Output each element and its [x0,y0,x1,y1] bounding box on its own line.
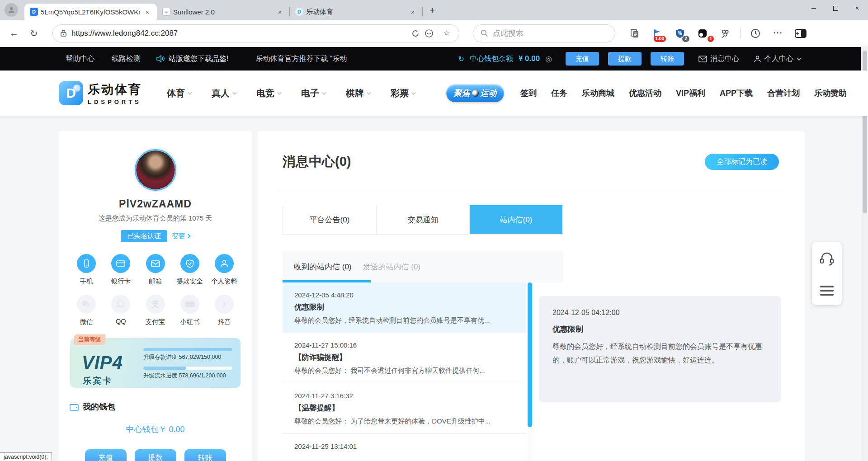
circular-arrow-icon[interactable] [409,27,422,40]
quick-search-box[interactable]: 点此搜索 [473,24,615,42]
address-bar[interactable]: https://www.ledong842.cc:2087 ☆ [52,24,459,42]
favorite-star-icon[interactable]: ☆ [440,27,453,40]
menu-hamburger-icon[interactable] [820,286,834,296]
browser-profile-button[interactable] [5,3,18,17]
url-text[interactable]: https://www.ledong842.cc:2087 [71,29,409,38]
refresh-balance-icon[interactable]: ↻ [458,55,464,63]
back-button[interactable]: ← [6,26,22,41]
shield-percent-extension-icon[interactable]: % 2 [672,26,688,41]
transfer-button[interactable]: 转账 [184,449,226,461]
menu-live[interactable]: 真人 [212,87,236,99]
binding-phone[interactable]: 手机 [71,254,102,286]
link-vip[interactable]: VIP福利 [676,88,705,99]
deposit-progress-fill [143,348,232,351]
message-list-scrollbar[interactable] [528,282,532,461]
tab-divider [422,7,423,16]
link-sponsorship[interactable]: 乐动赞助 [814,88,847,99]
social-douyin[interactable]: ♪ 抖音 [208,295,240,326]
message-list: 2024-12-05 4:48:20 优惠限制 尊敬的会员您好，经系统自动检测目… [283,282,526,458]
social-alipay[interactable]: 支 支付宝 [140,295,171,326]
wallet-balance-amount: ¥ 0.00 [519,54,540,63]
announcement[interactable]: 站版邀您下载品鉴! [156,54,228,64]
subtab-sent[interactable]: 发送的站内信 (0) [363,251,421,282]
chevron-down-icon [188,90,192,95]
maximize-button[interactable] [825,0,846,16]
close-window-button[interactable]: × [846,0,868,16]
binding-withdraw-security[interactable]: 提款安全 [174,254,206,286]
more-page-actions-icon[interactable] [422,27,436,40]
document-favicon-icon: ≡ [162,8,170,16]
menu-slots[interactable]: 电子 [301,87,325,99]
browser-window: D 5LmQ5Yqo5L2T6IKyfOS5kOWKqO × ≡ Sunflow… [0,0,868,461]
customer-service-headset-icon[interactable] [819,252,835,266]
tab-site-messages[interactable]: 站内信(0) [469,205,562,234]
personal-center-link[interactable]: 个人中心 [754,54,800,64]
menu-sports[interactable]: 体育 [167,87,191,99]
focus-sports-badge[interactable]: 聚焦运动 [446,84,504,102]
site-logo[interactable]: D 乐动体育 LDSPORTS [59,81,142,105]
tab-transaction-notices[interactable]: 交易通知 [376,205,469,234]
flag-extension-icon[interactable]: 1.00 [650,26,665,41]
close-tab-icon[interactable]: × [275,7,285,17]
copy-pages-icon[interactable] [627,26,642,41]
history-icon[interactable] [748,26,763,41]
reload-button[interactable]: ↻ [26,26,42,41]
binding-bankcard[interactable]: 银行卡 [105,254,137,286]
menu-esports[interactable]: 电竞 [256,87,280,99]
link-tasks[interactable]: 任务 [551,88,567,99]
toggle-balance-visibility-icon[interactable]: ◎ [545,54,552,64]
menu-lottery[interactable]: 彩票 [391,87,415,99]
link-promotions[interactable]: 优惠活动 [629,88,661,99]
withdraw-button[interactable]: 提款 [608,52,642,66]
message-item[interactable]: 2024-11-25 13:14:01 [283,433,526,458]
minimize-button[interactable]: ─ [803,0,825,16]
tab-encoded-title[interactable]: D 5LmQ5Yqo5L2T6IKyfOS5kOWKqO × [24,4,157,20]
shield-badge: 2 [682,36,689,42]
sidebar-panel-icon[interactable] [793,26,808,41]
tab-ledong[interactable]: D 乐动体育 × [290,4,422,20]
binding-profile-info[interactable]: 个人资料 [208,254,240,286]
link-affiliate[interactable]: 合营计划 [767,88,800,99]
square-extension-icon[interactable]: 1 [695,26,710,41]
close-tab-icon[interactable]: × [142,7,152,17]
square-badge: 1 [708,36,714,42]
marquee-text: 乐动体育官方推荐下载 “乐动 [255,54,373,64]
subtab-received[interactable]: 收到的站内信 (0) [294,251,352,282]
social-wechat[interactable]: 微信 [71,295,102,326]
message-item[interactable]: 2024-12-05 4:48:20 优惠限制 尊敬的会员您好，经系统自动检测目… [283,282,526,333]
tab-sunflower[interactable]: ≡ Sunflower 2.0 × [157,4,289,20]
change-link[interactable]: 变更 [172,232,190,240]
nav-links: 签到 任务 乐动商城 优惠活动 VIP福利 APP下载 合营计划 乐动赞助 [520,88,847,99]
page-title: 消息中心(0) [283,153,351,171]
scrollbar-thumb[interactable] [528,282,532,427]
close-tab-icon[interactable]: × [408,7,418,17]
message-center-link[interactable]: 消息中心 [698,54,739,64]
link-checkin[interactable]: 签到 [520,88,537,99]
vip-card[interactable]: 当前等级 VIP4 乐宾卡 升级存款进度 567,029/150,000 升级流… [70,338,241,388]
member-days-text: 这是您成为乐动体育会员的第 1075 天 [59,214,252,223]
message-item[interactable]: 2024-11-27 3:16:32 【温馨提醒】 尊敬的会员您好： 为了给您带… [283,383,526,433]
link-mall[interactable]: 乐动商城 [582,88,614,99]
social-xiaohongshu[interactable]: 小红书 [174,295,206,326]
new-tab-button[interactable]: + [425,4,439,17]
message-detail-panel: 2024-12-05 04:12:00 优惠限制 尊敬的会员您好，经系统自动检测… [539,296,781,402]
tab-platform-announcements[interactable]: 平台公告(0) [283,205,376,234]
user-avatar[interactable] [135,149,176,191]
withdraw-button[interactable]: 提款 [135,449,176,461]
menu-chess[interactable]: 棋牌 [346,87,370,99]
transfer-button[interactable]: 转账 [651,52,684,66]
message-item[interactable]: 2024-11-27 15:00:16 【防诈骗提醒】 尊敬的会员您好： 我司不… [283,333,526,383]
browser-titlebar: D 5LmQ5Yqo5L2T6IKyfOS5kOWKqO × ≡ Sunflow… [0,0,868,20]
binding-email[interactable]: 邮箱 [140,254,171,286]
mark-all-read-button[interactable]: 全部标记为已读 [705,154,779,170]
line-check-link[interactable]: 线路检测 [112,54,141,64]
social-qq[interactable]: QQ [105,295,137,326]
extensions-icon[interactable] [717,26,733,41]
link-app-download[interactable]: APP下载 [720,88,753,99]
person-icon [754,55,761,63]
message-tabs: 平台公告(0) 交易通知 站内信(0) [283,205,563,235]
help-center-link[interactable]: 帮助中心 [66,54,94,64]
deposit-button[interactable]: 充值 [85,449,127,461]
deposit-button[interactable]: 充值 [566,52,599,66]
settings-more-icon[interactable]: ··· [770,26,786,41]
